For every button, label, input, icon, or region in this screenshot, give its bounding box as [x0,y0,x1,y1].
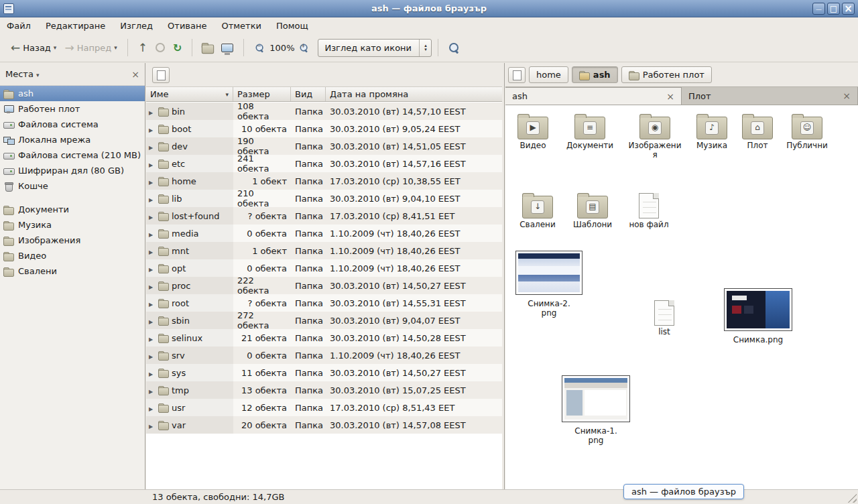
table-row[interactable]: bin 108 обекта Папка 30.03.2010 (вт) 14,… [146,103,502,120]
sidebar-item-ash[interactable]: ash [0,86,145,101]
table-row[interactable]: root ? обекта Папка 30.03.2010 (вт) 14,5… [146,294,502,312]
stop-button[interactable] [151,40,169,55]
tab-ash[interactable]: ash [505,87,682,105]
expander-icon[interactable] [149,194,156,204]
home-button[interactable] [198,40,217,56]
forward-button[interactable]: → Напред [60,40,121,56]
table-row[interactable]: srv 0 обекта Папка 1.10.2009 (чт) 18,40,… [146,346,502,364]
column-header-type[interactable]: Вид [291,87,326,101]
icon-item-snimka2[interactable]: Снимка-2.png [515,251,583,318]
table-row[interactable]: proc 222 обекта Папка 30.03.2010 (вт) 14… [146,277,502,294]
sidebar-item-desktop[interactable]: Работен плот [0,101,145,117]
column-header-name[interactable]: Име ▾ [146,87,233,101]
icon-item-desktop[interactable]: Плот [733,113,782,151]
computer-button[interactable] [217,41,237,55]
menu-view[interactable]: Изглед [120,21,153,31]
tab-plot[interactable]: Плот [682,87,858,105]
path-button-desktop[interactable]: Работен плот [621,66,712,83]
expander-icon[interactable] [149,263,156,273]
column-header-date[interactable]: Дата на промяна [326,87,502,101]
menu-edit[interactable]: Редактиране [46,21,105,31]
table-row[interactable]: selinux 21 обекта Папка 30.03.2010 (вт) … [146,329,502,346]
close-button[interactable] [842,3,855,15]
icon-item-templates[interactable]: Шаблони [566,192,619,230]
icon-item-videos[interactable]: Видео [505,113,560,151]
expander-icon[interactable] [149,351,156,361]
sidebar-item-encrypted[interactable]: Шифриран дял (80 GB) [0,163,145,178]
tab-close-icon[interactable] [666,91,674,102]
menu-file[interactable]: Файл [7,21,31,31]
icon-item-new-file[interactable]: нов файл [623,190,674,230]
table-row[interactable]: lib 210 обекта Папка 30.03.2010 (вт) 9,0… [146,190,502,207]
expander-icon[interactable] [149,385,156,395]
icon-view[interactable]: Видео Документи Изображения Музика Плот … [505,106,858,489]
sidebar-item-downloads[interactable]: Свалени [0,263,145,279]
table-row[interactable]: media 0 обекта Папка 1.10.2009 (чт) 18,4… [146,225,502,242]
sidebar-close-button[interactable] [131,69,139,80]
sidebar-item-videos[interactable]: Видео [0,248,145,263]
expander-icon[interactable] [149,141,156,151]
tab-close-icon[interactable] [843,90,851,101]
table-row[interactable]: dev 190 обекта Папка 30.03.2010 (вт) 14,… [146,137,502,155]
menu-help[interactable]: Помощ [276,21,308,31]
sidebar-item-network[interactable]: Локална мрежа [0,132,145,147]
column-header-size[interactable]: Размер [233,87,291,101]
expander-icon[interactable] [149,124,156,134]
view-mode-select[interactable]: Изглед като икони [318,39,432,57]
icon-item-downloads[interactable]: Свалени [510,192,565,230]
sidebar-chevron-icon[interactable] [36,69,40,79]
sidebar-item-pictures[interactable]: Изображения [0,233,145,248]
icon-item-list[interactable]: list [638,298,690,337]
expander-icon[interactable] [149,298,156,308]
expander-icon[interactable] [149,229,156,239]
icon-item-music[interactable]: Музика [686,113,737,151]
sidebar-item-filesystem[interactable]: Файлова система [0,117,145,132]
maximize-button[interactable] [827,3,840,15]
icon-item-documents[interactable]: Документи [562,113,618,151]
table-row[interactable]: usr 12 обекта Папка 17.03.2010 (ср) 8,51… [146,399,502,416]
pane-splitter[interactable] [502,63,505,489]
table-row[interactable]: opt 0 обекта Папка 1.10.2009 (чт) 18,40,… [146,259,502,277]
expander-icon[interactable] [149,246,156,256]
icon-item-snimka1[interactable]: Снимка-1.png [560,375,631,445]
expander-icon[interactable] [149,211,156,221]
up-button[interactable]: ↑ [134,40,151,56]
menu-bookmarks[interactable]: Отметки [221,21,261,31]
expander-icon[interactable] [149,403,156,413]
back-history-chevron-icon[interactable] [54,44,57,51]
expander-icon[interactable] [149,316,156,326]
expander-icon[interactable] [149,107,156,117]
icon-item-pictures[interactable]: Изображения [626,113,684,160]
sidebar-item-documents[interactable]: Документи [0,202,145,217]
view-mode-spinner-icon[interactable] [419,40,431,56]
search-button[interactable] [444,40,464,56]
back-button[interactable]: ← Назад [7,40,60,56]
table-row[interactable]: sys 11 обекта Папка 30.03.2010 (вт) 14,5… [146,364,502,381]
zoom-in-button[interactable]: + [294,40,314,56]
expander-icon[interactable] [149,333,156,343]
resize-grip[interactable] [847,493,857,503]
side-pane-toggle-button[interactable] [152,67,170,83]
sidebar-item-filesystem-210mb[interactable]: Файлова система (210 MB) [0,147,145,163]
table-row[interactable]: tmp 13 обекта Папка 30.03.2010 (вт) 15,0… [146,381,502,399]
table-row[interactable]: etc 241 обекта Папка 30.03.2010 (вт) 14,… [146,155,502,172]
minimize-button[interactable] [812,3,825,15]
expander-icon[interactable] [149,176,156,186]
table-row[interactable]: boot 10 обекта Папка 30.03.2010 (вт) 9,0… [146,120,502,137]
table-row[interactable]: lost+found ? обекта Папка 17.03.2010 (ср… [146,207,502,225]
path-button-home[interactable]: home [529,66,568,83]
table-row[interactable]: mnt 1 обект Папка 1.10.2009 (чт) 18,40,2… [146,242,502,259]
title-bar[interactable]: ash — файлов браузър [0,0,858,17]
icon-item-public[interactable]: Публични [780,113,834,151]
icon-item-snimka[interactable]: Снимка.png [721,288,795,345]
expander-icon[interactable] [149,159,156,169]
expander-icon[interactable] [149,368,156,378]
table-row[interactable]: sbin 272 обекта Папка 30.03.2010 (вт) 9,… [146,312,502,329]
menu-go[interactable]: Отиване [168,21,206,31]
reload-button[interactable]: ↻ [169,39,186,57]
path-pane-button[interactable] [508,67,526,83]
sidebar-item-music[interactable]: Музика [0,217,145,233]
zoom-out-button[interactable]: − [250,40,269,56]
table-row[interactable]: var 20 обекта Папка 30.03.2010 (вт) 14,5… [146,416,502,434]
expander-icon[interactable] [149,281,156,291]
